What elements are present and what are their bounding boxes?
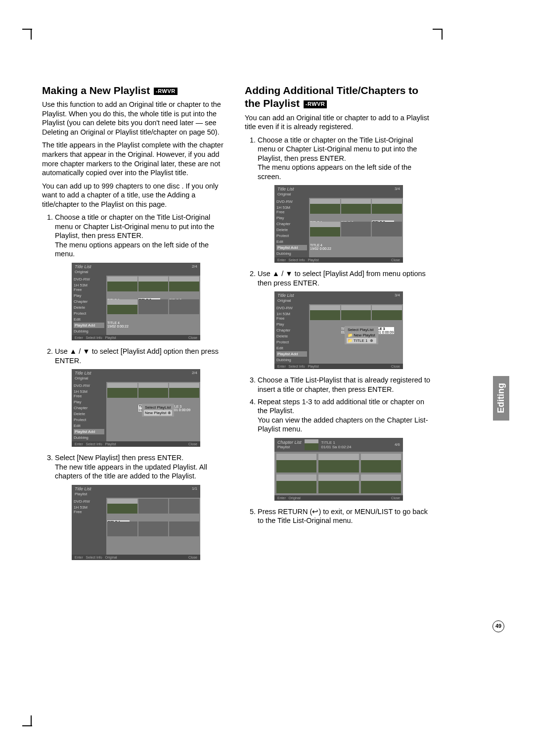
rw-badge-icon: -RWVR (154, 88, 178, 95)
page-number: 49 (492, 620, 504, 632)
screenshot-title-list-3: 1/1 Title ListPlaylist DVD-RW 1H 53MFree… (72, 485, 200, 560)
left-para-2: The title appears in the Playlist comple… (42, 141, 230, 177)
left-para-1: Use this function to add an Original tit… (42, 100, 230, 137)
left-heading-text: Making a New Playlist (42, 85, 150, 96)
section-tab-editing: Editing (493, 376, 509, 421)
return-icon: ↩ (312, 508, 318, 516)
screenshot-chapter-list: Chapter List Playlist TITLE 1 01/01 Sa 0… (274, 438, 403, 501)
right-step-1: Choose a title or chapter on the Title L… (258, 136, 433, 182)
right-para-1: You can add an Original title or chapter… (245, 113, 433, 132)
screenshot-title-list-r1: 3/4 Title ListOriginal DVD-RW 1H 53MFree… (274, 185, 403, 263)
screenshot-title-list-1: 2/4 Title ListOriginal DVD-RW 1H 53MFree… (72, 263, 200, 340)
right-heading: Adding Additional Title/Chapters to the … (245, 84, 433, 110)
right-step-2: Use ▲ / ▼ to select [Playlist Add] from … (258, 269, 433, 287)
left-step-2: Use ▲ / ▼ to select [Playlist Add] optio… (55, 347, 230, 365)
left-para-3: You can add up to 999 chapters to one di… (42, 182, 230, 209)
screenshot-title-list-r2: 3/4 Title ListOriginal DVD-RW 1H 53MFree… (274, 291, 403, 369)
left-heading: Making a New Playlist -RWVR (42, 84, 230, 97)
right-step-4: Repeat steps 1-3 to add additional title… (258, 397, 433, 434)
page-columns: Making a New Playlist -RWVR Use this fun… (42, 30, 497, 567)
right-heading-text: Adding Additional Title/Chapters to the … (245, 85, 418, 109)
right-column: Adding Additional Title/Chapters to the … (245, 84, 433, 567)
rw-badge-icon: -RWVR (304, 100, 327, 108)
screenshot-title-list-2: 2/4 Title ListOriginal DVD-RW 1H 53MFree… (72, 369, 200, 447)
right-step-5: Press RETURN (↩) to exit, or MENU/LIST t… (258, 507, 433, 525)
right-step-3: Choose a Title List-Playlist that is alr… (258, 376, 433, 394)
left-step-3: Select [New Playlist] then press ENTER. … (55, 453, 230, 481)
left-column: Making a New Playlist -RWVR Use this fun… (42, 84, 230, 567)
left-step-1: Choose a title or chapter on the Title L… (55, 213, 230, 259)
